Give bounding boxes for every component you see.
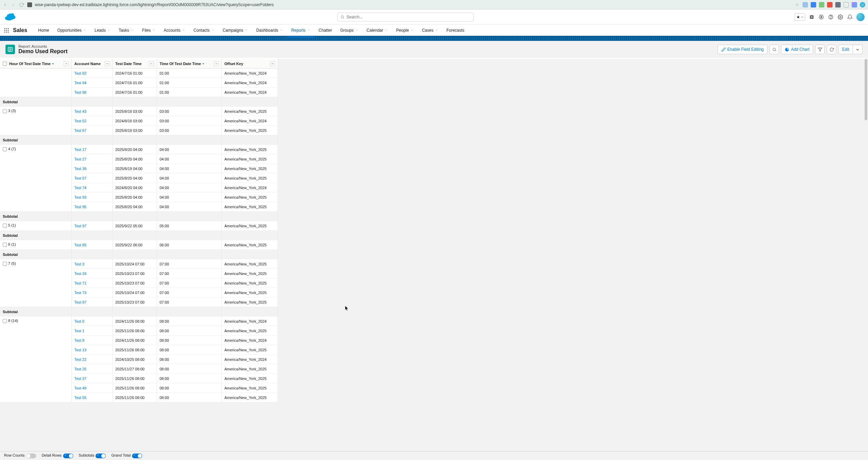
nav-item-label: Dashboards	[256, 28, 278, 33]
browser-forward-icon[interactable]	[11, 2, 16, 7]
chevron-down-icon[interactable]	[355, 28, 358, 33]
svg-marker-23	[818, 48, 822, 51]
salesforce-logo[interactable]	[3, 13, 16, 21]
ext-icon-2[interactable]	[811, 2, 816, 7]
svg-line-1	[343, 18, 344, 18]
chevron-down-icon[interactable]	[307, 28, 310, 33]
chevron-down-icon[interactable]	[131, 28, 134, 33]
nav-item-forecasts[interactable]: Forecasts	[442, 24, 469, 36]
filter-button[interactable]	[815, 45, 825, 54]
chevron-down-icon[interactable]	[410, 28, 414, 33]
global-actions-icon[interactable]	[809, 14, 815, 20]
nav-item-home[interactable]: Home	[34, 24, 53, 36]
chevron-down-icon[interactable]	[107, 28, 111, 33]
svg-point-8	[4, 28, 5, 29]
nav-item-label: People	[396, 28, 409, 33]
report-header: Report: Accounts Demo Used Report Enable…	[0, 41, 868, 58]
nav-item-tasks[interactable]: Tasks	[115, 24, 138, 36]
nav-item-label: Files	[142, 28, 151, 33]
chevron-down-icon[interactable]	[435, 28, 438, 33]
nav-item-dashboards[interactable]: Dashboards	[252, 24, 287, 36]
nav-item-label: Reports	[291, 28, 306, 33]
svg-point-13	[8, 30, 9, 31]
ext-icon-1[interactable]	[803, 2, 808, 7]
svg-point-15	[6, 31, 7, 32]
enable-field-editing-button[interactable]: Enable Field Editing	[718, 45, 768, 54]
guidance-center-icon[interactable]	[818, 14, 824, 20]
browser-refresh-icon[interactable]	[19, 2, 24, 7]
nav-item-label: Chatter	[319, 28, 332, 33]
nav-item-label: Home	[38, 28, 49, 33]
nav-item-chatter[interactable]: Chatter	[314, 24, 336, 36]
edit-button[interactable]: Edit	[838, 45, 853, 54]
browser-back-icon[interactable]	[3, 2, 8, 7]
help-icon[interactable]	[828, 14, 834, 20]
browser-chrome: wise-panda-iywbwp-dev-ed.trailblaze.ligh…	[0, 0, 868, 10]
svg-point-6	[830, 18, 831, 18]
ext-icon-6[interactable]	[843, 2, 849, 7]
nav-item-label: Leads	[94, 28, 106, 33]
extension-icons	[803, 2, 865, 7]
nav-item-label: Contacts	[193, 28, 209, 33]
header-utilities: ★	[795, 13, 865, 21]
nav-item-calendar[interactable]: Calendar	[363, 24, 392, 36]
report-icon	[5, 45, 15, 54]
report-type-label: Report: Accounts	[18, 44, 714, 48]
nav-item-reports[interactable]: Reports	[287, 24, 314, 36]
svg-point-9	[6, 28, 7, 29]
chevron-down-icon[interactable]	[83, 28, 86, 33]
nav-item-files[interactable]: Files	[138, 24, 160, 36]
bookmark-star-icon[interactable]: ☆	[795, 2, 799, 7]
nav-item-opportunities[interactable]: Opportunities	[53, 24, 90, 36]
user-avatar[interactable]	[856, 13, 865, 21]
notifications-bell-icon[interactable]	[847, 14, 853, 20]
search-icon	[340, 15, 344, 19]
nav-item-contacts[interactable]: Contacts	[189, 24, 218, 36]
context-band	[0, 37, 868, 41]
site-settings-icon[interactable]	[27, 2, 32, 7]
nav-item-leads[interactable]: Leads	[90, 24, 115, 36]
nav-item-accounts[interactable]: Accounts	[160, 24, 189, 36]
svg-point-16	[8, 31, 9, 32]
ext-icon-3[interactable]	[819, 2, 824, 7]
nav-item-groups[interactable]: Groups	[336, 24, 362, 36]
app-launcher-icon[interactable]	[3, 27, 10, 33]
search-report-button[interactable]	[769, 45, 779, 54]
nav-item-label: Cases	[422, 28, 433, 33]
nav-item-label: Tasks	[119, 28, 129, 33]
svg-point-14	[4, 31, 5, 32]
ext-icon-7[interactable]	[852, 2, 857, 7]
chevron-down-icon[interactable]	[280, 28, 283, 33]
nav-item-label: Calendar	[367, 28, 383, 33]
favorites-button[interactable]: ★	[795, 13, 805, 21]
profile-avatar-icon[interactable]	[860, 2, 865, 7]
svg-point-11	[4, 30, 5, 31]
chevron-down-icon[interactable]	[182, 28, 185, 33]
url-text: wise-panda-iywbwp-dev-ed.trailblaze.ligh…	[35, 2, 274, 7]
nav-item-campaigns[interactable]: Campaigns	[219, 24, 252, 36]
ext-icon-5[interactable]	[835, 2, 841, 7]
report-actions: Enable Field Editing Add Chart Edit	[718, 45, 863, 54]
global-search[interactable]	[337, 13, 474, 21]
chevron-down-icon[interactable]	[385, 28, 388, 33]
svg-point-0	[341, 16, 343, 18]
global-search-input[interactable]	[347, 15, 471, 19]
svg-point-7	[840, 16, 841, 18]
edit-dropdown-button[interactable]	[853, 45, 863, 54]
chevron-down-icon[interactable]	[152, 28, 156, 33]
refresh-button[interactable]	[827, 45, 836, 54]
chevron-down-icon[interactable]	[211, 28, 215, 33]
svg-point-12	[6, 30, 7, 31]
svg-point-10	[8, 28, 9, 29]
nav-item-cases[interactable]: Cases	[418, 24, 442, 36]
setup-gear-icon[interactable]	[837, 14, 843, 20]
ext-icon-4[interactable]	[827, 2, 833, 7]
nav-item-label: Opportunities	[57, 28, 82, 33]
add-chart-button[interactable]: Add Chart	[781, 45, 813, 54]
edit-nav-icon[interactable]	[860, 28, 865, 32]
chevron-down-icon[interactable]	[245, 28, 248, 33]
nav-item-people[interactable]: People	[392, 24, 418, 36]
svg-marker-4	[821, 16, 822, 18]
nav-bar: Sales HomeOpportunitiesLeadsTasksFilesAc…	[0, 25, 868, 37]
url-bar[interactable]: wise-panda-iywbwp-dev-ed.trailblaze.ligh…	[27, 2, 792, 7]
